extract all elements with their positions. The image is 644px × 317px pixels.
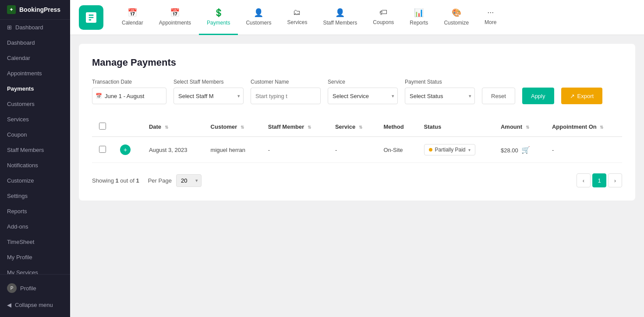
page-1-button[interactable]: 1 [592, 173, 606, 187]
nav-item-customers[interactable]: 👤Customers [238, 0, 279, 35]
sidebar-item-my-services[interactable]: My Services [0, 265, 70, 274]
sidebar-item-payments[interactable]: Payments [0, 81, 70, 96]
reset-button[interactable]: Reset [482, 88, 515, 104]
sidebar-item-timesheet[interactable]: TimeSheet [0, 234, 70, 250]
collapse-icon: ◀ [7, 302, 11, 308]
main-area: 📅Calendar📅Appointments💲Payments👤Customer… [70, 0, 644, 317]
table-head: Date ⇅ Customer ⇅ Staff Member ⇅ Service… [92, 117, 622, 137]
select-all-checkbox[interactable] [99, 123, 106, 130]
transaction-date-group: Transaction Date 📅 [92, 79, 166, 104]
staff-select-wrapper: Select Staff M [173, 88, 244, 104]
wp-admin-text: Dashboard [15, 24, 43, 31]
nav-label-reports: Reports [410, 20, 428, 26]
nav-item-calendar[interactable]: 📅Calendar [114, 0, 151, 35]
nav-icon-customize: 🎨 [452, 8, 461, 18]
nav-icon-customers: 👤 [254, 8, 263, 18]
sidebar-item-calendar[interactable]: Calendar [0, 50, 70, 66]
nav-item-staff-members[interactable]: 👤Staff Members [315, 0, 365, 35]
nav-item-more[interactable]: ···More [477, 0, 504, 35]
next-page-button[interactable]: › [608, 173, 622, 187]
row-expand-button-0[interactable]: + [120, 144, 131, 155]
nav-label-staff-members: Staff Members [323, 20, 357, 26]
table-body: + August 3, 2023 miguel herran - - On-Si… [92, 137, 622, 163]
sidebar-item-coupon[interactable]: Coupon [0, 127, 70, 142]
sidebar-item-services[interactable]: Services [0, 112, 70, 127]
customer-name-input[interactable] [251, 88, 321, 104]
date-sort-icon[interactable]: ⇅ [165, 125, 168, 130]
collapse-label: Collapse menu [15, 302, 53, 308]
sidebar: ✦ BookingPress ⊞ Dashboard DashboardCale… [0, 0, 70, 317]
nav-item-customize[interactable]: 🎨Customize [436, 0, 477, 35]
th-appointment-on: Appointment On ⇅ [545, 117, 622, 137]
sidebar-footer: P Profile ◀ Collapse menu [0, 274, 70, 317]
showing-text: Showing 1 out of 1 [92, 177, 139, 184]
nav-item-services[interactable]: 🗂Services [279, 0, 315, 35]
th-date: Date ⇅ [142, 117, 204, 137]
transaction-date-input[interactable] [92, 88, 166, 104]
wp-admin-link[interactable]: ⊞ Dashboard [0, 20, 70, 35]
row-checkbox-0[interactable] [99, 146, 106, 153]
export-button[interactable]: ↗ Export [561, 88, 603, 104]
status-chevron-0: ▾ [468, 148, 471, 152]
status-badge-0[interactable]: Partially Paid ▾ [424, 144, 475, 155]
nav-items: 📅Calendar📅Appointments💲Payments👤Customer… [114, 0, 635, 35]
brand-name: BookingPress [19, 6, 60, 13]
profile-label: Profile [20, 285, 36, 292]
calendar-icon: 📅 [96, 93, 102, 99]
service-label: Service [328, 79, 398, 85]
sidebar-item-appointments[interactable]: Appointments [0, 66, 70, 81]
apply-button[interactable]: Apply [522, 88, 554, 104]
pagination: ‹ 1 › [577, 173, 622, 187]
collapse-menu-link[interactable]: ◀ Collapse menu [0, 297, 70, 313]
showing-total: 1 [136, 177, 139, 184]
row-method-0: On-Site [376, 137, 417, 163]
staff-label: Select Staff Members [173, 79, 244, 85]
showing-current: 1 [115, 177, 118, 184]
row-date-0: August 3, 2023 [142, 137, 204, 163]
profile-link[interactable]: P Profile [0, 279, 70, 297]
nav-label-payments: Payments [207, 20, 230, 26]
service-select-wrapper: Select Service [328, 88, 398, 104]
nav-label-coupons: Coupons [373, 19, 394, 25]
service-filter-group: Service Select Service [328, 79, 398, 104]
staff-select[interactable]: Select Staff M [173, 88, 244, 104]
nav-icon-appointments: 📅 [170, 8, 180, 18]
sidebar-item-customize[interactable]: Customize [0, 173, 70, 188]
sidebar-item-addons[interactable]: Add-ons [0, 219, 70, 234]
nav-label-more: More [485, 19, 496, 25]
nav-icon-staff-members: 👤 [335, 8, 345, 18]
sidebar-item-settings[interactable]: Settings [0, 188, 70, 204]
sidebar-item-my-profile[interactable]: My Profile [0, 250, 70, 265]
filters-row: Transaction Date 📅 Select Staff Members … [92, 79, 622, 104]
nav-item-payments[interactable]: 💲Payments [199, 0, 238, 35]
nav-label-calendar: Calendar [122, 20, 143, 26]
appointment-sort-icon[interactable]: ⇅ [600, 125, 603, 130]
customer-sort-icon[interactable]: ⇅ [241, 125, 244, 130]
nav-label-appointments: Appointments [159, 20, 191, 26]
service-select[interactable]: Select Service [328, 88, 398, 104]
sidebar-item-dashboard[interactable]: Dashboard [0, 35, 70, 50]
sidebar-item-notifications[interactable]: Notifications [0, 158, 70, 173]
per-page-select[interactable]: 20 10 50 100 [176, 174, 202, 187]
staff-sort-icon[interactable]: ⇅ [308, 125, 311, 130]
sidebar-item-reports[interactable]: Reports [0, 204, 70, 219]
brand-logo [79, 5, 103, 30]
amount-sort-icon[interactable]: ⇅ [526, 125, 529, 130]
nav-label-customize: Customize [444, 20, 469, 26]
page-content: Manage Payments Transaction Date 📅 Selec… [70, 35, 644, 317]
nav-item-reports[interactable]: 📊Reports [402, 0, 436, 35]
status-select[interactable]: Select Status [405, 88, 475, 104]
sidebar-item-customers[interactable]: Customers [0, 96, 70, 112]
export-icon: ↗ [570, 93, 575, 99]
nav-item-appointments[interactable]: 📅Appointments [151, 0, 199, 35]
status-label: Payment Status [405, 79, 475, 85]
service-sort-icon[interactable]: ⇅ [359, 125, 362, 130]
transaction-date-label: Transaction Date [92, 79, 166, 85]
sidebar-item-staff-members[interactable]: Staff Members [0, 142, 70, 158]
row-checkbox-cell-0 [92, 137, 113, 163]
th-method: Method [376, 117, 417, 137]
prev-page-button[interactable]: ‹ [577, 173, 591, 187]
status-filter-group: Payment Status Select Status [405, 79, 475, 104]
nav-icon-more: ··· [487, 8, 494, 17]
nav-item-coupons[interactable]: 🏷Coupons [365, 0, 402, 35]
